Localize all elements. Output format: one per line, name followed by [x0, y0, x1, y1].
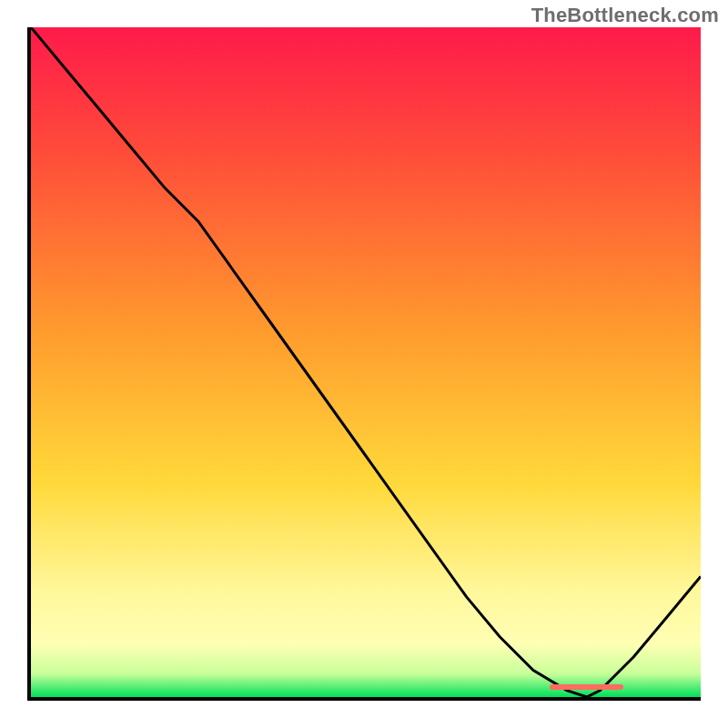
bottleneck-curve	[31, 27, 701, 697]
optimal-marker	[550, 684, 623, 690]
curve-path	[31, 27, 701, 697]
chart-container: TheBottleneck.com	[0, 0, 728, 728]
plot-area	[27, 27, 701, 701]
watermark-text: TheBottleneck.com	[531, 4, 719, 27]
